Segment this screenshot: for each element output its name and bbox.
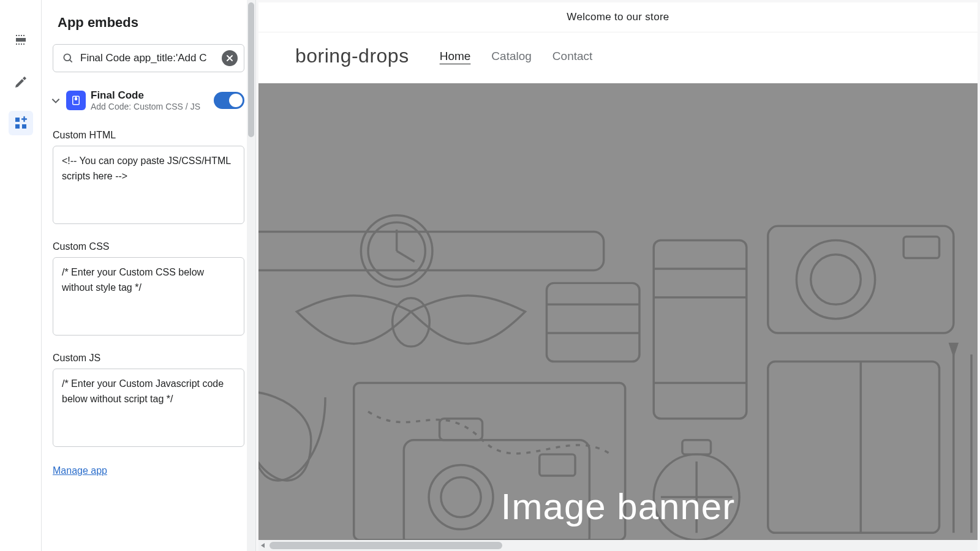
app-icon <box>66 91 86 110</box>
nav-home[interactable]: Home <box>440 50 471 63</box>
nav-catalog[interactable]: Catalog <box>491 50 532 63</box>
sidebar-scrollbar[interactable] <box>247 0 255 551</box>
custom-css-input[interactable] <box>53 257 244 335</box>
preview-horizontal-scrollbar[interactable] <box>258 540 978 551</box>
app-embed-item[interactable]: Final Code Add Code: Custom CSS / JS <box>42 83 255 116</box>
nav-contact[interactable]: Contact <box>552 50 592 63</box>
svg-rect-10 <box>15 124 20 129</box>
embed-name: Final Code <box>91 89 209 102</box>
clear-search-icon[interactable] <box>222 50 238 66</box>
manage-app-link[interactable]: Manage app <box>53 465 107 476</box>
announcement-bar: Welcome to our store <box>258 2 978 32</box>
svg-rect-9 <box>15 118 20 122</box>
sidebar: App embeds Final Code <box>42 0 256 551</box>
svg-point-12 <box>64 54 70 61</box>
search-icon <box>62 52 74 64</box>
custom-js-input[interactable] <box>53 369 244 447</box>
custom-js-label: Custom JS <box>53 353 244 364</box>
embed-subtitle: Add Code: Custom CSS / JS <box>91 102 209 111</box>
custom-html-label: Custom HTML <box>53 130 244 141</box>
store-header: boring-drops Home Catalog Contact <box>258 32 978 83</box>
svg-rect-15 <box>258 83 978 540</box>
image-banner: Image banner <box>258 83 978 540</box>
embed-toggle[interactable] <box>214 92 244 109</box>
paintbrush-icon[interactable] <box>9 69 33 94</box>
store-brand: boring-drops <box>295 45 409 67</box>
svg-line-13 <box>70 60 72 62</box>
banner-heading: Image banner <box>501 485 735 528</box>
custom-css-label: Custom CSS <box>53 241 244 252</box>
sections-icon[interactable] <box>9 28 33 52</box>
svg-rect-11 <box>22 124 26 129</box>
search-box[interactable] <box>53 44 244 72</box>
banner-illustration <box>258 83 978 540</box>
search-input[interactable] <box>80 52 216 64</box>
sidebar-title: App embeds <box>42 0 255 44</box>
custom-html-input[interactable] <box>53 146 244 224</box>
store-nav: Home Catalog Contact <box>440 50 593 63</box>
chevron-down-icon[interactable] <box>50 95 61 106</box>
app-embeds-icon[interactable] <box>9 111 33 135</box>
svg-rect-0 <box>16 38 26 42</box>
preview-pane: Welcome to our store boring-drops Home C… <box>256 0 980 551</box>
icon-rail <box>0 0 42 551</box>
